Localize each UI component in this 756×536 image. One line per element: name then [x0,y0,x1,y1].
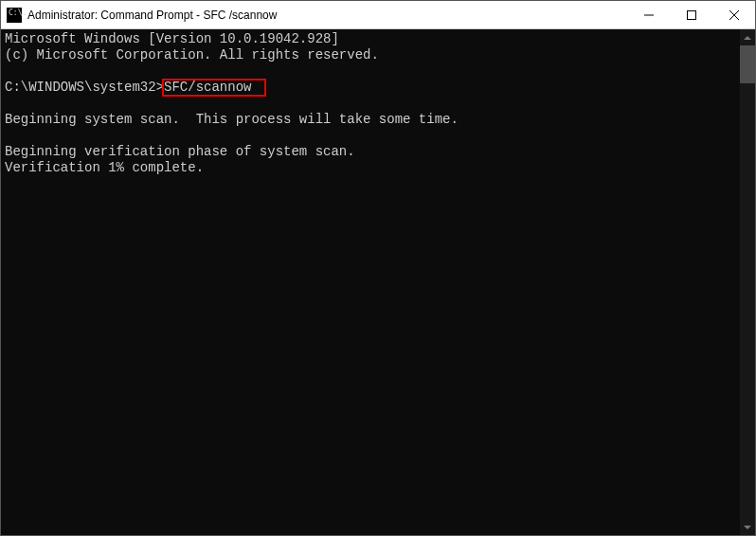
output-line: (c) Microsoft Corporation. All rights re… [5,47,379,63]
prompt-prefix: C:\WINDOWS\system32> [5,80,164,95]
console-output[interactable]: Microsoft Windows [Version 10.0.19042.92… [1,29,740,535]
scroll-thumb[interactable] [740,45,755,83]
prompt-command: SFC/scannow [164,80,251,95]
scroll-up-arrow-icon[interactable] [740,29,755,45]
close-button[interactable] [712,1,755,29]
maximize-icon [687,10,696,20]
output-line: Beginning verification phase of system s… [5,144,355,159]
close-icon [729,10,739,20]
maximize-button[interactable] [670,1,712,29]
svg-marker-5 [744,526,751,529]
output-line: Beginning system scan. This process will… [5,112,459,127]
cmd-icon-glyph: C:\. [9,9,27,17]
vertical-scrollbar[interactable] [740,29,755,535]
window-title: Administrator: Command Prompt - SFC /sca… [27,9,627,22]
minimize-icon [644,10,654,20]
minimize-button[interactable] [627,1,670,29]
titlebar: C:\. Administrator: Command Prompt - SFC… [1,1,755,29]
output-line: Microsoft Windows [Version 10.0.19042.92… [5,31,339,46]
output-line: Verification 1% complete. [5,160,204,175]
svg-marker-4 [744,36,751,40]
console-area: Microsoft Windows [Version 10.0.19042.92… [1,29,755,535]
window-controls [627,1,755,29]
svg-rect-1 [687,10,695,19]
cmd-app-icon: C:\. [7,8,22,23]
scroll-down-arrow-icon[interactable] [740,519,755,535]
